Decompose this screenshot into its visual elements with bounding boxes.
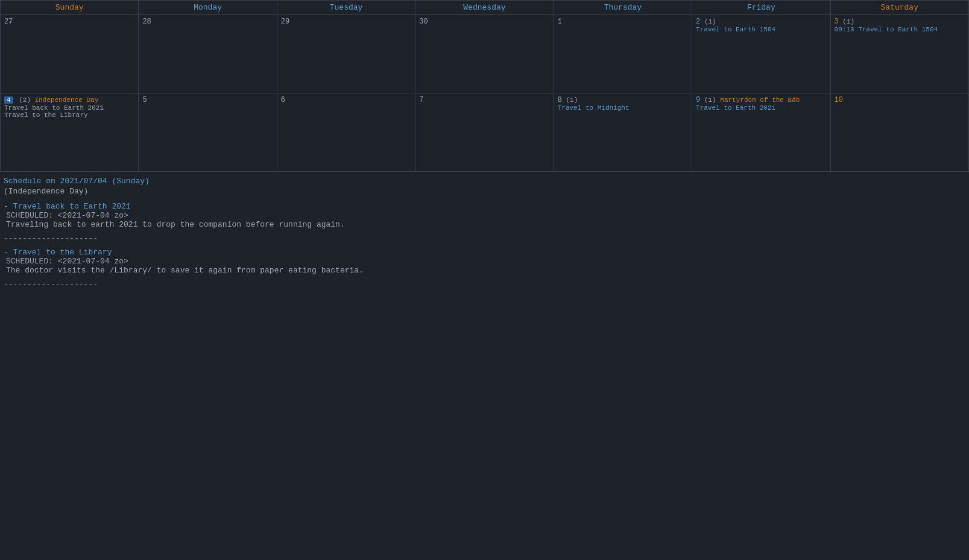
day-number: 29: [281, 17, 411, 26]
schedule-item-scheduled: SCHEDULED: <2021-07-04 zo>: [4, 257, 965, 266]
calendar-day[interactable]: 6: [277, 93, 415, 172]
calendar-header-tuesday: Tuesday: [277, 1, 415, 15]
day-event-count: (1): [562, 96, 578, 104]
schedule-subtitle: (Independence Day): [4, 187, 965, 196]
calendar-day[interactable]: 2 (1)Travel to Earth 1504: [692, 15, 830, 93]
day-event[interactable]: Travel to Earth 1504: [696, 26, 826, 33]
calendar-header-friday: Friday: [692, 1, 830, 15]
day-number: 6: [281, 96, 411, 104]
schedule-item-scheduled: SCHEDULED: <2021-07-04 zo>: [4, 211, 965, 220]
calendar-day[interactable]: 10: [830, 93, 968, 172]
calendar-header-saturday: Saturday: [830, 1, 968, 15]
day-event-count: (1): [700, 96, 716, 104]
day-number: 1: [558, 17, 688, 26]
calendar-day[interactable]: 30: [415, 15, 554, 93]
calendar-day[interactable]: 1: [554, 15, 692, 93]
day-number: 2 (1): [696, 17, 826, 26]
schedule-item-description: Traveling back to earth 2021 to drop the…: [4, 220, 965, 229]
calendar-day[interactable]: 5: [139, 93, 277, 172]
calendar-week-row: 2728293012 (1)Travel to Earth 15043 (1)0…: [1, 15, 969, 93]
day-number: 10: [835, 96, 965, 104]
day-number: 7: [419, 96, 549, 104]
schedule-divider: --------------------: [4, 234, 965, 243]
calendar-week-row: 4 (2) Independence DayTravel back to Ear…: [1, 93, 969, 172]
day-holiday: Martyrdom of the Báb: [716, 96, 800, 104]
schedule-item-title: - Travel back to Earth 2021: [4, 202, 965, 211]
calendar-day[interactable]: 7: [415, 93, 554, 172]
calendar-day[interactable]: 4 (2) Independence DayTravel back to Ear…: [1, 93, 139, 172]
schedule-item: - Travel back to Earth 2021 SCHEDULED: <…: [4, 202, 965, 229]
day-number: 28: [142, 17, 273, 26]
day-event-count: (1): [700, 18, 716, 25]
calendar-header-wednesday: Wednesday: [415, 1, 554, 15]
calendar-day[interactable]: 3 (1)09:18 Travel to Earth 1504: [830, 15, 968, 93]
calendar-table: SundayMondayTuesdayWednesdayThursdayFrid…: [0, 0, 969, 172]
schedule-item: - Travel to the Library SCHEDULED: <2021…: [4, 248, 965, 275]
day-event-count: (2): [15, 96, 35, 104]
day-event[interactable]: Travel to Midnight: [558, 104, 688, 112]
schedule-title: Schedule on 2021/07/04 (Sunday): [4, 177, 965, 186]
schedule-panel: Schedule on 2021/07/04 (Sunday) (Indepen…: [0, 172, 969, 298]
day-number-text: 3: [835, 17, 839, 26]
day-number: 30: [419, 17, 549, 26]
schedule-item-description: The doctor visits the /Library/ to save …: [4, 266, 965, 275]
day-number-badge: 4: [4, 96, 13, 104]
calendar-header-sunday: Sunday: [1, 1, 139, 15]
day-event[interactable]: Travel to the Library: [4, 112, 134, 119]
schedule-divider: --------------------: [4, 280, 965, 289]
day-number: 27: [4, 17, 134, 26]
day-event-count: (1): [839, 18, 854, 25]
calendar-day[interactable]: 27: [1, 15, 139, 93]
day-number: 8 (1): [558, 96, 688, 104]
day-event[interactable]: Travel back to Earth 2021: [4, 104, 134, 112]
calendar-day[interactable]: 29: [277, 15, 415, 93]
day-number: 5: [142, 96, 273, 104]
day-number-text: 10: [835, 96, 843, 104]
calendar-day[interactable]: 9 (1) Martyrdom of the BábTravel to Eart…: [692, 93, 830, 172]
day-number: 4 (2) Independence Day: [4, 96, 134, 104]
calendar-day[interactable]: 8 (1)Travel to Midnight: [554, 93, 692, 172]
day-event[interactable]: 09:18 Travel to Earth 1504: [835, 26, 965, 33]
day-number: 9 (1) Martyrdom of the Báb: [696, 96, 826, 104]
day-event[interactable]: Travel to Earth 2021: [696, 104, 826, 112]
day-number: 3 (1): [835, 17, 965, 26]
calendar-header-monday: Monday: [139, 1, 277, 15]
calendar-day[interactable]: 28: [139, 15, 277, 93]
calendar-header-thursday: Thursday: [554, 1, 692, 15]
schedule-item-title: - Travel to the Library: [4, 248, 965, 257]
day-holiday: Independence Day: [35, 96, 99, 104]
